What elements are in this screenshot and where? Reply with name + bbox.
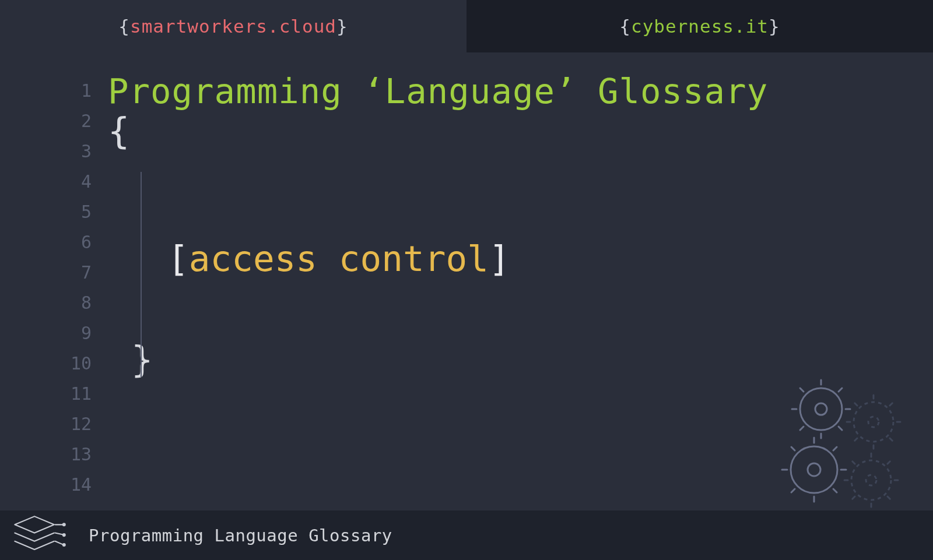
svg-line-38 — [888, 496, 891, 500]
brace-open: { — [619, 16, 631, 37]
line-number: 10 — [0, 348, 92, 379]
svg-point-30 — [851, 460, 891, 500]
line-number: 1 — [0, 76, 92, 106]
svg-line-8 — [839, 427, 842, 430]
svg-line-28 — [833, 489, 837, 492]
svg-line-26 — [833, 447, 837, 450]
svg-point-1 — [815, 403, 827, 415]
brace-close: } — [769, 16, 780, 37]
svg-line-9 — [800, 427, 804, 430]
svg-line-37 — [851, 460, 855, 464]
line-number: 2 — [0, 106, 92, 136]
svg-line-6 — [839, 388, 842, 392]
svg-point-44 — [63, 534, 65, 536]
line-number: 6 — [0, 227, 92, 258]
svg-point-11 — [868, 417, 879, 427]
svg-line-39 — [851, 496, 855, 500]
editor-area: 1 2 3 4 5 6 7 8 9 10 11 12 13 14 Program… — [0, 52, 933, 510]
line-number: 13 — [0, 439, 92, 470]
line-number: 4 — [0, 167, 92, 197]
line-number-gutter: 1 2 3 4 5 6 7 8 9 10 11 12 13 14 — [0, 70, 108, 510]
svg-point-0 — [800, 388, 842, 430]
svg-point-10 — [854, 402, 893, 442]
line-number: 3 — [0, 136, 92, 167]
svg-line-19 — [854, 438, 857, 442]
footer-title: Programming Language Glossary — [89, 526, 392, 545]
bracket-open: [ — [167, 238, 189, 279]
svg-point-21 — [808, 463, 820, 476]
code-brace-open: { — [108, 113, 933, 149]
tab-domain-left: smartworkers.cloud — [130, 16, 336, 37]
svg-line-27 — [791, 447, 795, 450]
brace-close: } — [336, 16, 348, 37]
svg-line-17 — [854, 402, 857, 406]
layers-icon — [8, 512, 71, 559]
svg-point-31 — [866, 475, 876, 485]
line-number: 5 — [0, 197, 92, 227]
svg-line-29 — [791, 489, 795, 492]
svg-point-42 — [63, 523, 65, 526]
code-content: Programming ‘Language’ Glossary { [acces… — [108, 70, 933, 510]
svg-marker-40 — [15, 516, 54, 533]
brace-open: { — [118, 16, 130, 37]
indent-guide — [141, 172, 142, 377]
glossary-title: Programming ‘Language’ Glossary — [108, 73, 933, 110]
svg-line-36 — [888, 460, 891, 464]
term-text: access control — [189, 238, 489, 279]
svg-line-45 — [55, 541, 62, 544]
line-number: 11 — [0, 379, 92, 409]
svg-line-7 — [800, 388, 804, 392]
tab-smartworkers[interactable]: {smartworkers.cloud} — [0, 0, 466, 52]
gears-icon — [767, 376, 919, 510]
tab-cyberness[interactable]: {cyberness.it} — [466, 0, 933, 52]
tab-domain-right: cyberness.it — [631, 16, 769, 37]
line-number: 14 — [0, 470, 92, 500]
footer-bar: Programming Language Glossary — [0, 510, 933, 560]
svg-line-16 — [890, 402, 893, 406]
svg-point-20 — [791, 446, 837, 493]
glossary-term: [access control] — [167, 238, 510, 279]
svg-line-18 — [890, 438, 893, 442]
code-brace-close: } — [131, 341, 933, 378]
svg-point-46 — [63, 544, 65, 546]
svg-line-43 — [55, 533, 62, 534]
line-number: 12 — [0, 409, 92, 439]
bracket-close: ] — [489, 238, 510, 279]
line-number: 9 — [0, 318, 92, 348]
line-number: 8 — [0, 288, 92, 318]
line-number: 7 — [0, 258, 92, 288]
tab-bar: {smartworkers.cloud} {cyberness.it} — [0, 0, 933, 52]
